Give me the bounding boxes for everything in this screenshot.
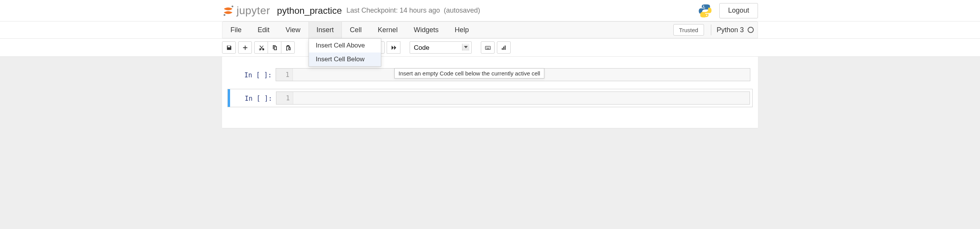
tooltip: Insert an empty Code cell below the curr… <box>394 68 544 79</box>
svg-rect-7 <box>486 48 489 49</box>
cell-prompt: In [ ]: <box>230 68 276 81</box>
plus-icon <box>242 45 248 51</box>
autosaved-text: (autosaved) <box>444 7 480 15</box>
svg-rect-9 <box>503 46 504 49</box>
menubar: FileEditViewInsertInsert Cell AboveInser… <box>222 21 758 38</box>
line-number: 1 <box>276 92 293 104</box>
celltype-select-wrap[interactable]: CodeMarkdownRaw NBConvertHeading <box>410 41 472 54</box>
copy-button[interactable] <box>268 41 281 54</box>
menu-help[interactable]: Help <box>447 22 477 38</box>
scissors-icon <box>258 45 264 51</box>
svg-rect-3 <box>486 47 486 47</box>
jupyter-planet-icon <box>222 5 234 17</box>
trusted-button[interactable]: Trusted <box>673 24 704 36</box>
insert-dropdown: Insert Cell AboveInsert Cell Below <box>309 38 381 67</box>
jupyter-logo[interactable]: jupyter <box>222 5 270 17</box>
jupyter-logo-text: jupyter <box>237 5 270 17</box>
svg-point-1 <box>224 14 225 16</box>
svg-rect-10 <box>505 45 505 49</box>
kernel-status-icon <box>748 27 754 33</box>
menu-kernel[interactable]: Kernel <box>370 22 406 38</box>
cell-prompt: In [ ]: <box>230 92 276 105</box>
svg-rect-2 <box>485 46 490 49</box>
bar-chart-icon <box>501 45 507 51</box>
command-palette-button[interactable] <box>481 41 495 54</box>
copy-icon <box>272 45 278 51</box>
kernel-name: Python 3 <box>717 26 744 34</box>
menu-widgets[interactable]: Widgets <box>406 22 447 38</box>
keyboard-icon <box>485 45 491 51</box>
menu-insert[interactable]: Insert <box>309 22 342 38</box>
paste-icon <box>285 45 291 51</box>
menu-edit[interactable]: Edit <box>250 22 278 38</box>
code-cell[interactable]: In [ ]:1 <box>227 89 753 107</box>
paste-button[interactable] <box>281 41 295 54</box>
save-icon <box>226 45 232 51</box>
notebook: In [ ]:1In [ ]:1 <box>222 57 758 128</box>
save-button[interactable] <box>222 41 236 54</box>
svg-rect-4 <box>487 47 487 47</box>
svg-rect-8 <box>501 48 502 50</box>
menu-cell[interactable]: Cell <box>342 22 370 38</box>
line-number: 1 <box>276 69 293 81</box>
logout-button[interactable]: Logout <box>719 3 758 18</box>
celltype-select[interactable]: CodeMarkdownRaw NBConvertHeading <box>410 41 472 54</box>
menu-file[interactable]: File <box>222 22 250 38</box>
svg-rect-6 <box>488 47 489 47</box>
menubar-container: FileEditViewInsertInsert Cell AboveInser… <box>0 21 980 39</box>
checkpoint-text: Last Checkpoint: 14 hours ago <box>346 7 440 15</box>
restart-run-all-button[interactable] <box>387 41 400 54</box>
fast-forward-icon <box>391 45 397 51</box>
kernel-indicator[interactable]: Python 3 <box>711 25 754 35</box>
cell-input-area[interactable]: 1 <box>276 92 750 105</box>
svg-rect-5 <box>488 47 488 47</box>
dropdown-item-insert-cell-above[interactable]: Insert Cell Above <box>309 39 381 52</box>
notebook-name[interactable]: python_practice <box>277 5 342 16</box>
code-editor[interactable] <box>293 92 750 104</box>
menu-view[interactable]: View <box>278 22 309 38</box>
svg-point-0 <box>232 5 234 7</box>
header: jupyter python_practice Last Checkpoint:… <box>0 0 980 21</box>
toolbar: CodeMarkdownRaw NBConvertHeading Insert … <box>222 39 758 56</box>
cell-toolbar-button[interactable] <box>497 41 511 54</box>
python-icon <box>698 3 712 18</box>
dropdown-item-insert-cell-below[interactable]: Insert Cell Below <box>309 52 381 66</box>
cut-button[interactable] <box>254 41 268 54</box>
toolbar-container: CodeMarkdownRaw NBConvertHeading Insert … <box>0 39 980 57</box>
add-cell-button[interactable] <box>238 41 252 54</box>
